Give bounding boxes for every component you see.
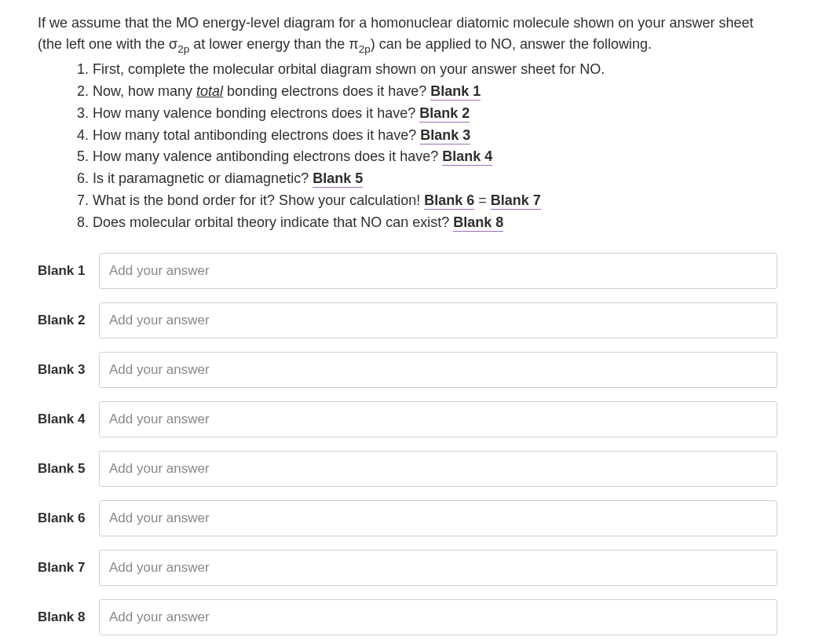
q3-blank: Blank 2: [419, 105, 470, 123]
question-item-5: How many valence antibonding electrons d…: [93, 146, 777, 168]
answer-row-1: Blank 1: [38, 253, 777, 289]
answer-row-5: Blank 5: [38, 451, 777, 487]
q1-text: First, complete the molecular orbital di…: [93, 61, 605, 77]
answer-row-7: Blank 7: [38, 550, 777, 586]
intro-sub-2: 2p: [359, 43, 371, 55]
answer-label-8: Blank 8: [38, 607, 99, 628]
q5-blank: Blank 4: [442, 148, 492, 166]
answer-input-2[interactable]: [99, 302, 777, 338]
answer-input-1[interactable]: [99, 253, 777, 289]
answer-row-6: Blank 6: [38, 500, 777, 536]
question-item-7: What is the bond order for it? Show your…: [93, 190, 777, 212]
q2-pre: Now, how many: [93, 83, 196, 99]
q4-blank: Blank 3: [420, 127, 470, 145]
intro-text-3: ) can be applied to NO, answer the follo…: [371, 36, 652, 52]
question-item-4: How many total antibonding electrons doe…: [93, 125, 777, 147]
answer-label-7: Blank 7: [38, 558, 99, 578]
q5-pre: How many valence antibonding electrons d…: [93, 148, 442, 164]
answer-row-8: Blank 8: [38, 599, 777, 635]
answer-input-4[interactable]: [99, 401, 777, 437]
question-item-3: How many valence bonding electrons does …: [93, 103, 777, 125]
question-item-8: Does molecular orbital theory indicate t…: [93, 212, 777, 234]
q4-pre: How many total antibonding electrons doe…: [93, 127, 420, 143]
answer-input-5[interactable]: [99, 451, 777, 487]
answer-label-2: Blank 2: [38, 310, 99, 331]
q8-pre: Does molecular orbital theory indicate t…: [93, 214, 453, 230]
answer-input-7[interactable]: [99, 550, 777, 586]
q6-pre: Is it paramagnetic or diamagnetic?: [93, 170, 312, 186]
answer-label-3: Blank 3: [38, 360, 99, 380]
answer-label-1: Blank 1: [38, 261, 99, 281]
answer-label-5: Blank 5: [38, 459, 99, 479]
answer-input-6[interactable]: [99, 500, 777, 536]
q7-pre: What is the bond order for it? Show your…: [93, 192, 424, 208]
answers-section: Blank 1 Blank 2 Blank 3 Blank 4 Blank 5 …: [38, 253, 777, 635]
intro-sub-1: 2p: [177, 43, 189, 55]
q6-blank: Blank 5: [312, 170, 363, 188]
question-list: First, complete the molecular orbital di…: [38, 59, 777, 234]
q2-blank: Blank 1: [430, 83, 481, 101]
intro-text-2: at lower energy than the π: [189, 36, 359, 52]
q3-pre: How many valence bonding electrons does …: [93, 105, 419, 121]
q7-sep: =: [474, 192, 491, 208]
answer-input-3[interactable]: [99, 352, 777, 388]
answer-row-4: Blank 4: [38, 401, 777, 437]
answer-row-2: Blank 2: [38, 302, 777, 338]
q2-total: total: [196, 83, 223, 99]
answer-label-4: Blank 4: [38, 409, 99, 430]
q8-blank: Blank 8: [453, 214, 503, 232]
question-item-6: Is it paramagnetic or diamagnetic? Blank…: [93, 168, 777, 190]
q2-mid: bonding electrons does it have?: [223, 83, 430, 99]
q7-blank1: Blank 6: [424, 192, 474, 210]
answer-input-8[interactable]: [99, 599, 777, 635]
question-item-1: First, complete the molecular orbital di…: [93, 59, 777, 81]
q7-blank2: Blank 7: [491, 192, 541, 210]
question-intro: If we assume that the MO energy-level di…: [38, 13, 777, 57]
answer-row-3: Blank 3: [38, 352, 777, 388]
question-item-2: Now, how many total bonding electrons do…: [93, 81, 777, 103]
answer-label-6: Blank 6: [38, 508, 99, 529]
